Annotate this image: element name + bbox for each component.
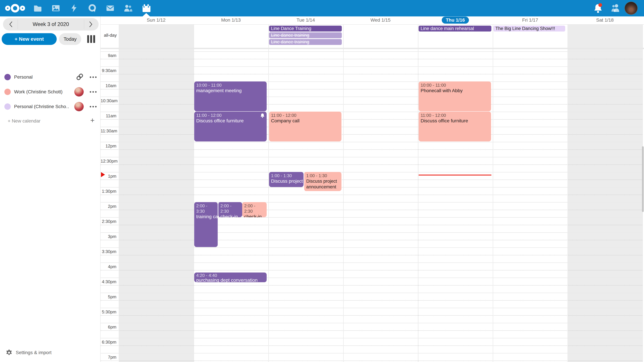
calendar-color-dot [4, 103, 11, 110]
grid-line [100, 263, 642, 263]
event-title: Discuss office furniture [196, 118, 265, 124]
event[interactable]: 1:00 - 1:30 Discuss project announcement [269, 172, 304, 187]
calendar-actions-menu[interactable] [90, 91, 96, 93]
event-time: 11:00 - 12:00 [196, 113, 265, 118]
calendar-item-work-christine[interactable]: Work (Christine Schott) [0, 86, 100, 98]
day-header-thu[interactable]: Thu 1/16 [418, 16, 493, 24]
grid-line [100, 157, 642, 157]
event-time: 10:00 - 11:00 [420, 82, 489, 88]
event[interactable]: 11:00 - 12:00 Company call [269, 112, 342, 141]
event-allday[interactable]: Line dance training [269, 39, 342, 45]
photos-app-icon[interactable] [51, 0, 60, 16]
alarm-bell-icon [260, 113, 265, 118]
new-event-button[interactable]: + New event [2, 33, 57, 45]
event[interactable]: 2:00 - 2:30 check-in [242, 202, 267, 217]
calendar-item-personal[interactable]: Personal [0, 71, 100, 83]
contacts-app-icon[interactable] [124, 0, 133, 16]
grid-line [100, 247, 642, 248]
day-column-mon[interactable]: 10:00 - 11:00 management meeting 11:00 -… [194, 49, 268, 362]
event-allday[interactable]: The Big Line Dancing Show!!! [494, 26, 565, 31]
time-label: 10am [100, 83, 116, 88]
grid-line [119, 49, 119, 362]
grid-line-minor [100, 210, 642, 210]
view-switcher[interactable] [87, 35, 95, 43]
event-time: 1:00 - 1:30 [271, 173, 302, 178]
grid-line-minor [100, 240, 642, 240]
day-header-mon[interactable]: Mon 1/13 [194, 16, 268, 24]
talk-app-icon[interactable] [88, 0, 97, 16]
grid-line-minor [100, 315, 642, 316]
event-time: 11:00 - 12:00 [271, 113, 340, 118]
day-header-wed[interactable]: Wed 1/15 [343, 16, 418, 24]
event-allday[interactable]: Line dance main rehearsal [418, 26, 492, 31]
user-menu-button[interactable] [624, 0, 638, 16]
grid-line [100, 142, 642, 142]
event-allday[interactable]: Line Dance Training [269, 26, 342, 31]
event[interactable]: 1:00 - 1:30 Discuss project announcement [304, 172, 342, 191]
event-allday[interactable]: Line dance training [269, 32, 342, 38]
calendar-app-icon[interactable] [142, 0, 151, 16]
time-label: 12:30pm [100, 159, 116, 164]
notifications-button[interactable] [593, 0, 604, 16]
grid-line-minor [100, 225, 642, 225]
day-header-sat[interactable]: Sat 1/18 [568, 16, 642, 24]
settings-label: Settings & import [16, 350, 52, 355]
time-grid[interactable]: 9am 9:30am 10am 10:30am 11am 11:30am 12p… [100, 49, 644, 362]
event[interactable]: 11:00 - 12:00 Discuss office furniture [194, 112, 267, 141]
grid-line [100, 51, 642, 52]
mail-app-icon[interactable] [106, 0, 115, 16]
week-label[interactable]: Week 3 of 2020 [18, 18, 84, 30]
settings-import-button[interactable]: Settings & import [0, 348, 100, 358]
day-column-thu[interactable]: 10:00 - 11:00 Phonecall with Abby 11:00 … [418, 49, 493, 362]
grid-line [100, 278, 642, 278]
event[interactable]: 11:00 - 12:00 Discuss office furniture [418, 112, 491, 141]
calendar-item-personal-christine[interactable]: Personal (Christine Scho… [0, 100, 100, 113]
plus-icon[interactable]: + [90, 117, 94, 124]
grid-line [100, 172, 642, 172]
today-button[interactable]: Today [59, 33, 81, 45]
all-day-grid-divider [100, 48, 644, 49]
event[interactable]: 10:00 - 11:00 management meeting [194, 81, 267, 111]
grid-line [119, 25, 119, 48]
calendar-actions-menu[interactable] [90, 106, 96, 107]
grid-line-minor [100, 59, 642, 59]
lightning-icon [70, 4, 78, 12]
activity-app-icon[interactable] [70, 0, 78, 16]
grid-line-minor [100, 255, 642, 255]
calendar-actions-menu[interactable] [90, 76, 96, 78]
time-label: 3:30pm [100, 249, 116, 254]
nextcloud-logo-icon[interactable] [5, 0, 25, 16]
user-avatar [624, 2, 638, 15]
share-link-icon[interactable] [75, 72, 84, 82]
all-day-label: all-day [100, 33, 117, 38]
people-icon [124, 4, 132, 12]
day-column-tue[interactable]: 11:00 - 12:00 Company call 1:00 - 1:30 D… [268, 49, 343, 362]
divider [84, 19, 84, 29]
contacts-menu-button[interactable] [610, 0, 620, 16]
previous-week-button[interactable] [8, 21, 14, 28]
grid-line [418, 25, 418, 48]
event-title: Discuss project announcement [271, 178, 302, 184]
day-header-tue[interactable]: Tue 1/14 [268, 16, 343, 24]
grid-line [194, 25, 194, 48]
grid-line-minor [100, 89, 642, 89]
calendar-color-dot [4, 74, 11, 80]
event-title: purchasing dept conversation [196, 278, 265, 282]
files-app-icon[interactable] [33, 0, 42, 16]
new-calendar-button[interactable]: + New calendar [8, 118, 40, 123]
event[interactable]: 2:00 - 2:30 check-in [218, 202, 242, 217]
next-week-button[interactable] [87, 21, 94, 28]
event[interactable]: 4:20 - 4:40 purchasing dept conversation [194, 273, 267, 282]
grid-line-minor [100, 300, 642, 301]
calendar-icon [142, 4, 150, 12]
event[interactable]: 2:00 - 3:30 training call [194, 202, 218, 247]
sharer-avatar [74, 102, 84, 111]
grid-line [100, 323, 642, 323]
weekend-shading [568, 25, 642, 48]
day-header-sun[interactable]: Sun 1/12 [119, 16, 194, 24]
calendar-color-dot [4, 89, 11, 95]
event-title: Phonecall with Abby [420, 88, 489, 93]
grid-scrollbar[interactable] [642, 146, 644, 212]
day-header-fri[interactable]: Fri 1/17 [493, 16, 568, 24]
event[interactable]: 10:00 - 11:00 Phonecall with Abby [418, 81, 491, 111]
